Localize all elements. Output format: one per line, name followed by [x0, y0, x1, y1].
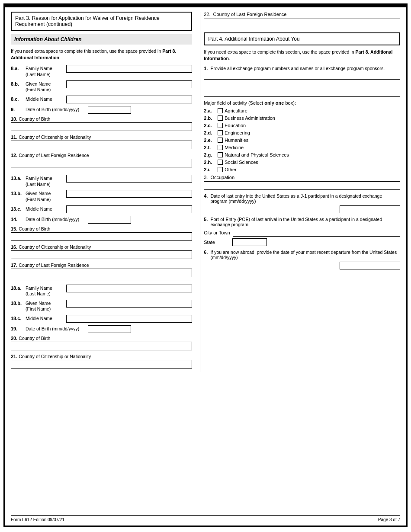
- checkbox-2g-num: 2.g.: [204, 152, 216, 157]
- field-8a: 8.a. Family Name(Last Name): [11, 65, 192, 77]
- checkbox-2b[interactable]: 2.b. Business Administration: [204, 115, 400, 121]
- field-18a-input[interactable]: [66, 285, 192, 292]
- right-field-6-label: If you are now abroad, provide the date …: [210, 250, 400, 260]
- field-21-input[interactable]: [11, 360, 192, 369]
- field-12-num: 12.: [11, 153, 17, 158]
- right-field-1-label: Provide all exchange program numbers and…: [210, 66, 385, 71]
- checkbox-2e-box[interactable]: [218, 138, 223, 143]
- field-10-num: 10.: [11, 116, 17, 122]
- field-4-date-input[interactable]: [340, 205, 400, 213]
- field-17-input[interactable]: [11, 269, 192, 277]
- field-8c-input[interactable]: [66, 96, 192, 103]
- field-21-label: Country of Citizenship or Nationality: [19, 354, 91, 359]
- field-16: 16. Country of Citizenship or Nationalit…: [11, 244, 192, 259]
- part3-title: Part 3. Reason for Application for Waive…: [15, 15, 160, 27]
- field-13a-input[interactable]: [66, 175, 192, 183]
- field-6-date-input[interactable]: [340, 262, 400, 269]
- field-20-label: Country of Birth: [19, 336, 50, 341]
- right-field-6-num: 6.: [204, 250, 208, 260]
- field-14-input[interactable]: [88, 216, 131, 224]
- checkbox-2h-box[interactable]: [218, 160, 223, 165]
- field-11-num: 11.: [11, 135, 17, 140]
- field-18c: 18.c. Middle Name: [11, 315, 192, 323]
- right-field-5: 5. Port-of-Entry (POE) of last arrival i…: [204, 217, 400, 246]
- checkbox-2c[interactable]: 2.c. Education: [204, 123, 400, 128]
- field-18c-input[interactable]: [66, 315, 192, 323]
- right-field-3-label: Occupation: [210, 175, 234, 180]
- field-10-label: Country of Birth: [19, 116, 50, 122]
- field-13a: 13.a. Family Name(Last Name): [11, 175, 192, 187]
- checkbox-2e-num: 2.e.: [204, 138, 216, 143]
- checkbox-2a-num: 2.a.: [204, 108, 216, 113]
- field-8b-num: 8.b.: [11, 80, 24, 87]
- checkbox-2f[interactable]: 2.f. Medicine: [204, 145, 400, 150]
- field-8b-input[interactable]: [66, 80, 192, 88]
- field-11: 11. Country of Citizenship or Nationalit…: [11, 135, 192, 149]
- poe-section: City or Town State: [204, 229, 400, 246]
- field-15-label: Country of Birth: [19, 226, 50, 231]
- field-9-input[interactable]: [88, 106, 131, 114]
- right-field-5-num: 5.: [204, 217, 208, 227]
- field-16-num: 16.: [11, 244, 17, 250]
- right-field-4-num: 4.: [204, 193, 208, 204]
- checkbox-2f-label: Medicine: [225, 145, 244, 150]
- checkbox-2c-box[interactable]: [218, 123, 223, 128]
- checkbox-2f-box[interactable]: [218, 145, 223, 150]
- field-12-input[interactable]: [11, 159, 192, 167]
- field-13c-input[interactable]: [66, 205, 192, 213]
- right-field-5-label: Port-of-Entry (POE) of last arrival in t…: [210, 217, 400, 227]
- poe-state-row: State: [204, 238, 400, 246]
- poe-city-input[interactable]: [233, 229, 400, 237]
- major-field-instruction: Major field of activity (Select only one…: [204, 100, 400, 106]
- checkbox-2a[interactable]: 2.a. Agriculture: [204, 108, 400, 113]
- field-22-num: 22.: [204, 12, 210, 17]
- field-16-input[interactable]: [11, 250, 192, 259]
- field-9-label: Date of Birth (mm/dd/yyyy): [26, 106, 86, 113]
- field-11-input[interactable]: [11, 141, 192, 149]
- field-8a-input[interactable]: [66, 65, 192, 73]
- poe-state-input[interactable]: [232, 238, 267, 246]
- field-14-num: 14.: [11, 216, 24, 222]
- checkbox-2e[interactable]: 2.e. Humanities: [204, 138, 400, 143]
- field-12: 12. Country of Last Foreign Residence: [11, 153, 192, 167]
- field-3-occupation-input[interactable]: [204, 181, 400, 190]
- field-15-num: 15.: [11, 226, 17, 231]
- right-column: 22. Country of Last Foreign Residence Pa…: [200, 12, 400, 372]
- field-13a-label: Family Name(Last Name): [26, 175, 64, 187]
- checkbox-2c-label: Education: [225, 123, 246, 128]
- checkbox-2i[interactable]: 2.i. Other: [204, 167, 400, 172]
- field-22-input[interactable]: [204, 19, 400, 27]
- field-19: 19. Date of Birth (mm/dd/yyyy): [11, 325, 192, 333]
- field-21: 21. Country of Citizenship or Nationalit…: [11, 354, 192, 369]
- field-19-input[interactable]: [88, 325, 131, 333]
- field-8b: 8.b. Given Name(First Name): [11, 80, 192, 93]
- checkbox-2d-box[interactable]: [218, 130, 223, 135]
- checkbox-2d[interactable]: 2.d. Engineering: [204, 130, 400, 135]
- checkbox-2b-box[interactable]: [218, 115, 223, 121]
- field-10: 10. Country of Birth: [11, 116, 192, 131]
- field-8c-label: Middle Name: [26, 96, 64, 103]
- checkbox-2g-box[interactable]: [218, 152, 223, 157]
- field-17-num: 17.: [11, 263, 17, 268]
- field-18b-input[interactable]: [66, 300, 192, 308]
- field-10-input[interactable]: [11, 122, 192, 131]
- field-20-input[interactable]: [11, 342, 192, 350]
- field-11-label: Country of Citizenship or Nationality: [19, 135, 91, 140]
- part3-header: Part 3. Reason for Application for Waive…: [11, 12, 192, 31]
- checkbox-2h[interactable]: 2.h. Social Sciences: [204, 160, 400, 165]
- field-15-input[interactable]: [11, 232, 192, 241]
- checkbox-2a-box[interactable]: [218, 108, 223, 113]
- field-17-label: Country of Last Foreign Residence: [19, 263, 89, 268]
- right-field-4-label: Date of last entry into the United State…: [210, 193, 400, 204]
- checkbox-2a-label: Agriculture: [225, 108, 247, 113]
- field-18b-label: Given Name(First Name): [26, 300, 64, 312]
- checkbox-2h-num: 2.h.: [204, 160, 216, 165]
- field-13b-input[interactable]: [66, 190, 192, 198]
- checkbox-2g[interactable]: 2.g. Natural and Physical Sciences: [204, 152, 400, 157]
- field-18c-num: 18.c.: [11, 315, 24, 321]
- field-15: 15. Country of Birth: [11, 226, 192, 241]
- checkbox-2i-box[interactable]: [218, 167, 223, 172]
- page-border: Part 3. Reason for Application for Waive…: [3, 3, 408, 527]
- left-column: Part 3. Reason for Application for Waive…: [11, 12, 196, 372]
- field-9: 9. Date of Birth (mm/dd/yyyy): [11, 106, 192, 114]
